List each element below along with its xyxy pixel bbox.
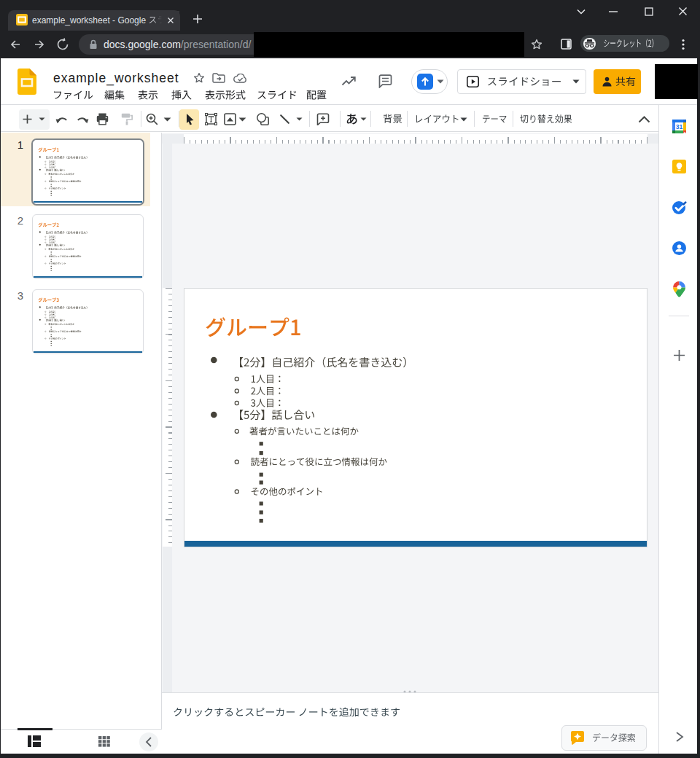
svg-text:31: 31 — [676, 123, 683, 130]
